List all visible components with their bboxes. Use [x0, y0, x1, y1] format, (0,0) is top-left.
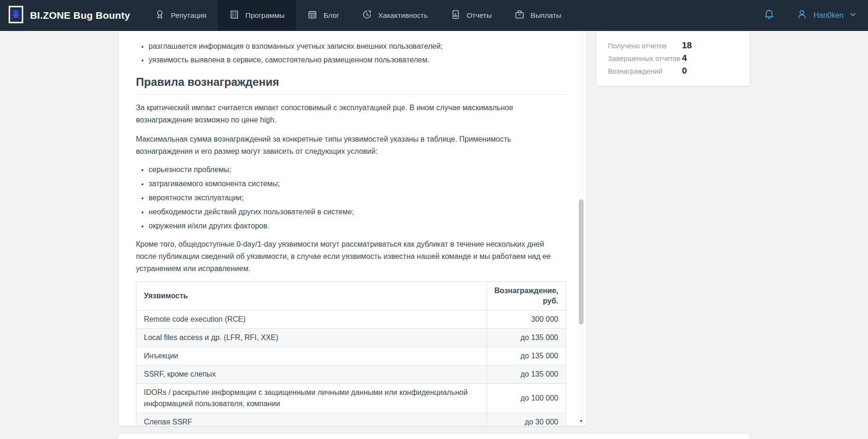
nav-item-programs[interactable]: Программы	[218, 0, 296, 31]
navbar-right: Han0ken	[763, 0, 868, 31]
bullet-item: окружения и/или других факторов.	[149, 220, 566, 233]
user-menu[interactable]: Han0ken	[796, 8, 857, 23]
stat-label: Вознаграждений	[608, 66, 682, 76]
stat-label: Завершенных отчетов	[608, 53, 682, 63]
paragraph-0day-duplicates: Кроме того, общедоступные 0-day/1-day уя…	[136, 238, 563, 275]
nav-item-reports[interactable]: Отчеты	[439, 0, 503, 31]
column-header-vulnerability: Уязвимость	[136, 282, 487, 310]
reward-amount: до 30 000	[486, 413, 566, 426]
report-icon	[450, 9, 461, 22]
bullet-item: уязвимость выявлена в сервисе, самостоят…	[149, 54, 566, 66]
reward-amount: до 135 000	[486, 329, 566, 347]
top-navbar: BI.ZONE Bug Bounty Репутация Программы	[0, 0, 868, 31]
conditions-bullet-list: серьезности проблемы; затрагиваемого ком…	[136, 163, 566, 233]
program-description-panel: разглашается информация о взломанных уче…	[119, 31, 586, 426]
panel-scrollbar[interactable]: ▼	[578, 31, 584, 426]
stat-row-reports-received: Получено отчетов 18	[608, 40, 738, 51]
rewards-section-heading: Правила вознаграждения	[136, 76, 566, 95]
bullet-item: вероятности эксплуатации;	[149, 191, 566, 204]
bug-logo-icon	[8, 6, 23, 25]
reward-amount: 300 000	[486, 310, 566, 329]
nav-item-label: Отчеты	[467, 11, 492, 20]
bullet-item: затрагиваемого компонента системы;	[149, 177, 566, 190]
history-icon	[362, 9, 372, 22]
nav-item-payouts[interactable]: Выплаты	[503, 0, 572, 31]
bullet-item: серьезности проблемы;	[149, 163, 566, 176]
reward-amount: до 135 000	[486, 347, 566, 365]
intro-bullet-list: разглашается информация о взломанных уче…	[136, 40, 566, 66]
nav-item-reputation[interactable]: Репутация	[143, 0, 218, 31]
paragraph-max-rewards: Максимальная сумма вознаграждений за кон…	[136, 133, 532, 158]
nav-item-label: Программы	[246, 11, 285, 20]
table-row: SSRF, кроме слепых до 135 000	[136, 365, 566, 384]
table-row: Local files access и др. (LFR, RFI, XXE)…	[136, 329, 566, 347]
newspaper-icon	[307, 9, 317, 22]
vulnerability-name: Слепая SSRF	[136, 413, 487, 426]
stat-value: 4	[682, 53, 687, 63]
vulnerability-name: Инъекции	[136, 347, 487, 365]
vulnerability-name: Remote code execution (RCE)	[136, 310, 487, 329]
stat-value: 18	[682, 40, 692, 51]
nav-item-hackactivity[interactable]: Хакактивность	[351, 0, 439, 31]
paragraph-critical-impact: За критический импакт считается импакт с…	[136, 102, 532, 126]
nav-item-blog[interactable]: Блог	[296, 0, 351, 31]
stat-row-reports-completed: Завершенных отчетов 4	[608, 53, 738, 63]
table-row: IDORs / раскрытие информации с защищенны…	[136, 384, 566, 413]
scrollbar-thumb[interactable]	[579, 199, 584, 325]
nav-item-label: Выплаты	[531, 11, 561, 20]
notifications-button[interactable]	[763, 8, 775, 23]
nav-item-label: Блог	[323, 11, 339, 20]
table-row: Инъекции до 135 000	[136, 347, 566, 365]
user-name: Han0ken	[814, 11, 844, 20]
next-section-card-edge	[119, 434, 749, 439]
bullet-item: необходимости действий других пользовате…	[149, 205, 566, 219]
reward-amount: до 100 000	[486, 384, 566, 413]
vulnerability-name: SSRF, кроме слепых	[136, 365, 487, 384]
bell-icon	[763, 8, 775, 23]
rewards-table: Уязвимость Вознаграждение, руб. Remote c…	[136, 281, 566, 426]
stat-row-rewards: Вознаграждений 0	[608, 66, 738, 76]
reward-amount: до 135 000	[486, 365, 566, 384]
table-row: Слепая SSRF до 30 000	[136, 413, 566, 426]
brand-logo[interactable]: BI.ZONE Bug Bounty	[0, 0, 143, 31]
person-icon	[796, 8, 808, 23]
vulnerability-name: Local files access и др. (LFR, RFI, XXE)	[136, 329, 487, 347]
program-stats-card: Получено отчетов 18 Завершенных отчетов …	[597, 31, 749, 86]
stat-value: 0	[682, 66, 687, 76]
nav-item-label: Хакактивность	[378, 11, 428, 20]
column-header-reward: Вознаграждение, руб.	[486, 282, 566, 310]
table-row: Remote code execution (RCE) 300 000	[136, 310, 566, 329]
chevron-down-icon	[849, 11, 857, 20]
bullet-item: разглашается информация о взломанных уче…	[149, 40, 566, 53]
building-icon	[229, 9, 239, 22]
nav-item-label: Репутация	[171, 11, 207, 20]
table-header-row: Уязвимость Вознаграждение, руб.	[136, 282, 566, 310]
medal-icon	[155, 9, 165, 22]
brand-title: BI.ZONE Bug Bounty	[30, 10, 130, 21]
briefcase-icon	[514, 9, 524, 22]
scrollbar-down-arrow[interactable]: ▼	[578, 418, 584, 424]
stat-label: Получено отчетов	[608, 41, 682, 51]
vulnerability-name: IDORs / раскрытие информации с защищенны…	[136, 384, 487, 413]
